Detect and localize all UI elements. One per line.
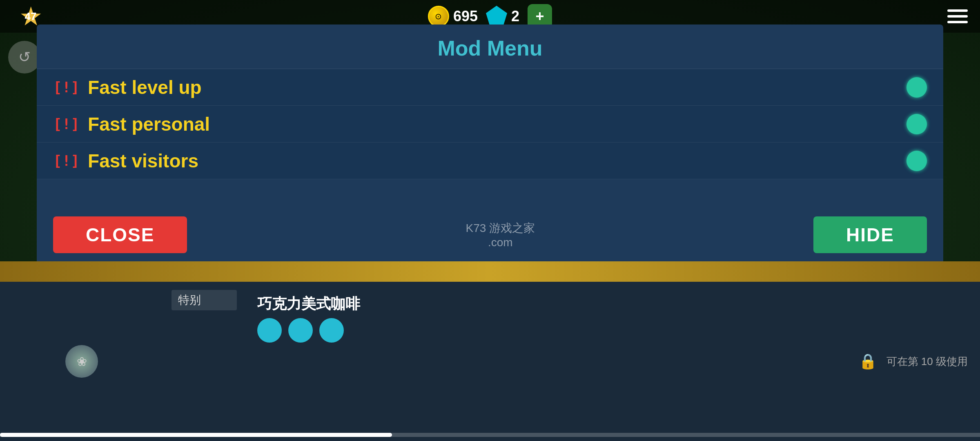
mod-menu-overlay: Mod Menu [!] Fast level up [!] Fast pers…: [37, 24, 943, 261]
detail-circles: [257, 318, 833, 343]
coin-icon: ⊙: [428, 6, 449, 27]
mod-menu-footer: CLOSE K73 游戏之家.com HIDE: [37, 208, 943, 261]
toggle-fast-level-up[interactable]: [906, 77, 927, 98]
mod-menu-item-fast-visitors[interactable]: [!] Fast visitors: [37, 143, 943, 179]
watermark-text: K73 游戏之家.com: [466, 220, 535, 249]
refresh-icon: ↺: [18, 49, 31, 66]
close-button[interactable]: CLOSE: [53, 216, 187, 253]
toggle-fast-visitors[interactable]: [906, 151, 927, 171]
bottom-right-panel: 🔒 可在第 10 级使用: [846, 290, 980, 433]
bottom-item-panel: ❀: [0, 290, 163, 433]
tab-special[interactable]: 特别: [172, 290, 237, 310]
gem-currency: 2: [486, 6, 519, 27]
star-level: 47: [25, 10, 37, 23]
top-bar-right: [947, 9, 968, 23]
item-icon: ❀: [65, 345, 98, 378]
hamburger-menu[interactable]: [947, 9, 968, 23]
coin-count: 695: [453, 8, 478, 25]
exclamation-icon-1: [!]: [53, 79, 80, 96]
mod-menu-item-left: [!] Fast level up: [53, 76, 202, 98]
mod-menu-title: Mod Menu: [437, 36, 542, 60]
mod-menu-body: [!] Fast level up [!] Fast personal [!] …: [37, 69, 943, 208]
left-side-icon[interactable]: ↺: [8, 41, 41, 74]
fast-visitors-label: Fast visitors: [88, 150, 198, 172]
bottom-content: ❀ 特别 巧克力美式咖啡 🔒 可在第 10 级使用: [0, 282, 980, 441]
exclamation-icon-2: [!]: [53, 116, 80, 132]
mod-menu-item-left-3: [!] Fast visitors: [53, 150, 198, 172]
hamburger-line-2: [947, 15, 968, 18]
exclamation-icon-3: [!]: [53, 152, 80, 169]
mod-menu-item-fast-personal[interactable]: [!] Fast personal: [37, 106, 943, 143]
circle-3: [319, 318, 344, 343]
gem-count: 2: [511, 8, 519, 25]
bottom-details: 巧克力美式咖啡: [245, 290, 846, 433]
circle-1: [257, 318, 282, 343]
hide-button[interactable]: HIDE: [813, 216, 927, 253]
progress-bar-fill: [0, 433, 392, 437]
bottom-tabs: 特别: [163, 290, 245, 433]
hamburger-line-1: [947, 9, 968, 12]
hamburger-line-3: [947, 21, 968, 23]
coin-currency: ⊙ 695: [428, 6, 478, 27]
mod-menu-item-fast-level-up[interactable]: [!] Fast level up: [37, 69, 943, 106]
flower-icon: ❀: [77, 354, 87, 369]
fast-personal-label: Fast personal: [88, 113, 210, 135]
fast-level-up-label: Fast level up: [88, 76, 202, 98]
mod-menu-header: Mod Menu: [37, 24, 943, 69]
detail-item-title: 巧克力美式咖啡: [257, 294, 833, 314]
bottom-top-bar: [0, 261, 980, 282]
gem-icon: [486, 6, 507, 27]
lock-icon: 🔒: [858, 351, 878, 372]
mod-menu-item-left-2: [!] Fast personal: [53, 113, 210, 135]
plus-icon: +: [536, 9, 544, 24]
bottom-ui: ❀ 特别 巧克力美式咖啡 🔒 可在第 10 级使用: [0, 261, 980, 441]
watermark: K73 游戏之家.com: [187, 220, 813, 249]
toggle-fast-personal[interactable]: [906, 114, 927, 134]
progress-bar-container: [0, 433, 980, 437]
unlock-text: 可在第 10 级使用: [886, 354, 968, 369]
circle-2: [288, 318, 313, 343]
